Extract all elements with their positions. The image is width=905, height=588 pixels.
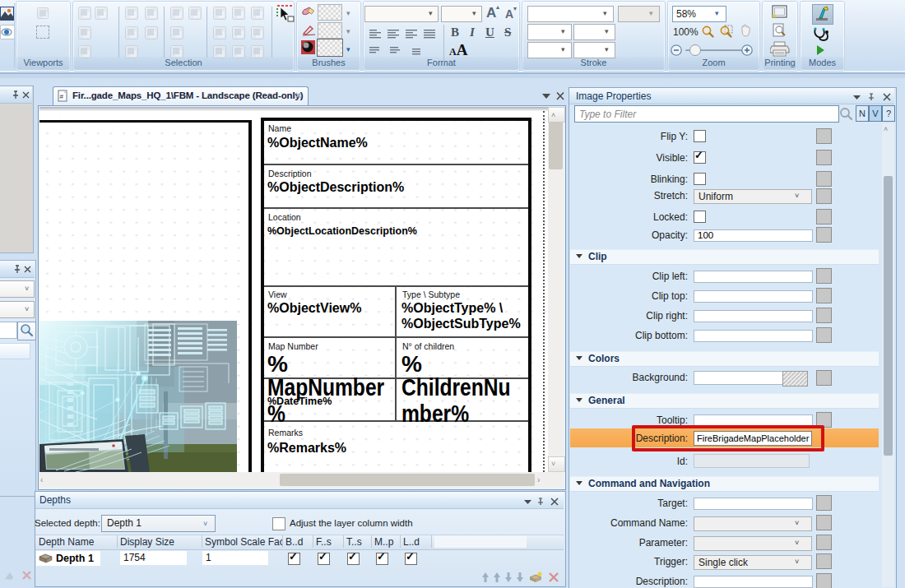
- svg-text:#: #: [60, 93, 64, 100]
